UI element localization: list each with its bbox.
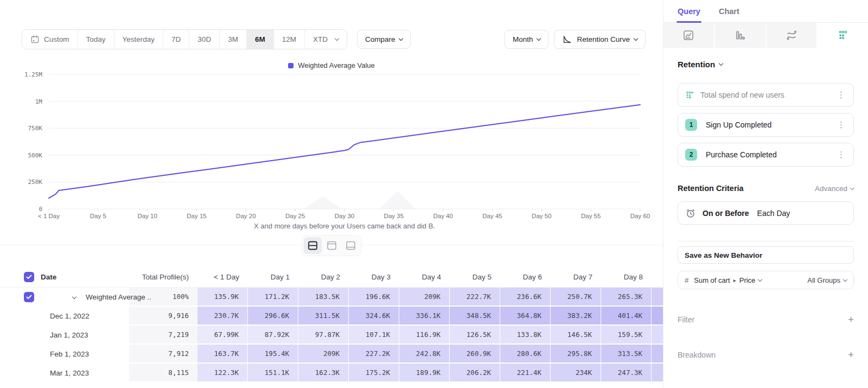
retention-value-cell[interactable]: 260.9K	[450, 345, 500, 364]
retention-value-cell[interactable]: 189.9K	[399, 364, 450, 383]
tab-query[interactable]: Query	[678, 0, 700, 23]
retention-value-cell[interactable]: 221.4K	[500, 364, 551, 383]
retention-value-cell[interactable]: 247.3K	[601, 364, 652, 383]
retention-value-cell[interactable]: 171.2K	[248, 288, 298, 307]
report-section-dropdown[interactable]: Retention	[678, 60, 854, 69]
retention-value-cell[interactable]: 116.9K	[399, 326, 450, 345]
kebab-menu-icon[interactable]: ⋮	[836, 120, 846, 130]
retention-value-cell[interactable]: 162.3K	[298, 364, 349, 383]
total-profiles-cell[interactable]: 7,912	[129, 345, 197, 364]
retention-value-cell[interactable]: 196.6K	[349, 288, 399, 307]
retention-value-cell[interactable]: 348.5K	[450, 307, 500, 326]
range-7d[interactable]: 7D	[163, 30, 189, 49]
step-event-label: Sign Up Completed	[706, 120, 836, 129]
retention-value-cell[interactable]: 250.7K	[551, 288, 601, 307]
breadcrumb-arrow-icon: ▸	[733, 277, 736, 283]
range-xtd[interactable]: XTD	[305, 30, 347, 49]
retention-value-cell[interactable]: 175.2K	[349, 364, 399, 383]
row-checkbox[interactable]	[24, 292, 34, 302]
clipped-value-cell	[652, 364, 663, 383]
retention-value-cell[interactable]: 295.8K	[551, 345, 601, 364]
retention-line[interactable]	[49, 105, 640, 198]
retention-value-cell[interactable]: 146.5K	[551, 326, 601, 345]
add-breakdown-icon[interactable]: +	[848, 349, 854, 360]
behavior-card[interactable]: Total spend of new users ⋮	[678, 83, 854, 107]
chart-view-toggle-icon[interactable]	[323, 237, 341, 254]
retention-value-cell[interactable]: 280.6K	[500, 345, 551, 364]
range-yesterday[interactable]: Yesterday	[114, 30, 164, 49]
granularity-dropdown[interactable]: Month	[505, 30, 549, 49]
range-3m[interactable]: 3M	[220, 30, 247, 49]
criteria-condition-card[interactable]: On or Before Each Day	[678, 201, 854, 225]
retention-value-cell[interactable]: 383.2K	[551, 307, 601, 326]
row-label[interactable]: Weighted Average ...	[86, 293, 151, 301]
select-all-checkbox[interactable]	[24, 272, 34, 282]
retention-value-cell[interactable]: 133.8K	[500, 326, 551, 345]
retention-value-cell[interactable]: 67.99K	[197, 326, 248, 345]
retention-value-cell[interactable]: 336.1K	[399, 307, 450, 326]
kebab-menu-icon[interactable]: ⋮	[836, 90, 846, 100]
range-30d[interactable]: 30D	[189, 30, 220, 49]
retention-value-cell[interactable]: 126.5K	[450, 326, 500, 345]
svg-text:Day 30: Day 30	[335, 213, 354, 219]
table-view-toggle-icon[interactable]	[342, 237, 360, 254]
total-profiles-cell[interactable]: 8,115	[129, 364, 197, 383]
retention-value-cell[interactable]: 324.6K	[349, 307, 399, 326]
retention-value-cell[interactable]: 230.7K	[197, 307, 248, 326]
total-profiles-cell[interactable]: 9,916	[129, 307, 197, 326]
retention-line-chart[interactable]: 1.25M1M750K500K250K0< 1 DayDay 5Day 10Da…	[0, 60, 663, 222]
filter-label: Filter	[678, 315, 694, 324]
retention-value-cell[interactable]: 107.1K	[349, 326, 399, 345]
retention-value-cell[interactable]: 209K	[298, 345, 349, 364]
funnels-report-icon[interactable]	[715, 23, 765, 48]
kebab-menu-icon[interactable]: ⋮	[836, 150, 846, 160]
row-label[interactable]: Dec 1, 2022	[0, 312, 90, 320]
retention-value-cell[interactable]: 227.2K	[349, 345, 399, 364]
retention-value-cell[interactable]: 151.1K	[248, 364, 298, 383]
retention-value-cell[interactable]: 195.4K	[248, 345, 298, 364]
range-12m[interactable]: 12M	[274, 30, 305, 49]
retention-value-cell[interactable]: 236.6K	[500, 288, 551, 307]
metric-panel[interactable]: # Sum of cart ▸ Price All Groups	[678, 271, 854, 289]
retention-value-cell[interactable]: 122.3K	[197, 364, 248, 383]
table-row: Mar 1, 20238,115122.3K151.1K162.3K175.2K…	[0, 364, 663, 383]
retention-report-icon[interactable]	[818, 23, 868, 48]
save-as-new-behavior-button[interactable]: Save as New Behavior	[678, 246, 854, 264]
groups-dropdown[interactable]: All Groups	[807, 276, 847, 284]
retention-value-cell[interactable]: 97.87K	[298, 326, 349, 345]
row-label[interactable]: Mar 1, 2023	[0, 369, 89, 377]
total-profiles-cell[interactable]: 7,219	[129, 326, 197, 345]
step-row-1[interactable]: 1 Sign Up Completed ⋮	[678, 113, 854, 137]
flows-report-icon[interactable]	[767, 23, 817, 48]
retention-value-cell[interactable]: 159.5K	[601, 326, 652, 345]
retention-value-cell[interactable]: 209K	[399, 288, 450, 307]
retention-value-cell[interactable]: 135.9K	[197, 288, 248, 307]
retention-value-cell[interactable]: 401.4K	[601, 307, 652, 326]
add-filter-icon[interactable]: +	[848, 314, 854, 325]
retention-value-cell[interactable]: 296.6K	[248, 307, 298, 326]
retention-value-cell[interactable]: 242.8K	[399, 345, 450, 364]
tab-chart[interactable]: Chart	[719, 0, 739, 23]
retention-value-cell[interactable]: 364.8K	[500, 307, 551, 326]
expand-row-chevron-icon[interactable]	[72, 294, 76, 298]
retention-value-cell[interactable]: 183.5K	[298, 288, 349, 307]
split-view-toggle-icon[interactable]	[304, 237, 322, 254]
row-label[interactable]: Jan 1, 2023	[0, 331, 88, 339]
retention-value-cell[interactable]: 265.3K	[601, 288, 652, 307]
compare-button[interactable]: Compare	[357, 30, 411, 49]
range-6m[interactable]: 6M	[247, 30, 274, 49]
retention-value-cell[interactable]: 313.5K	[601, 345, 652, 364]
retention-value-cell[interactable]: 206.2K	[450, 364, 500, 383]
insights-report-icon[interactable]	[663, 23, 714, 48]
retention-value-cell[interactable]: 222.7K	[450, 288, 500, 307]
range-custom[interactable]: Custom	[22, 30, 78, 49]
row-label[interactable]: Feb 1, 2023	[0, 350, 89, 358]
chart-type-dropdown[interactable]: Retention Curve	[554, 30, 646, 49]
criteria-mode-dropdown[interactable]: Advanced	[815, 185, 854, 193]
retention-value-cell[interactable]: 163.7K	[197, 345, 248, 364]
retention-value-cell[interactable]: 87.92K	[248, 326, 298, 345]
range-today[interactable]: Today	[78, 30, 114, 49]
retention-value-cell[interactable]: 234K	[551, 364, 601, 383]
retention-value-cell[interactable]: 311.5K	[298, 307, 349, 326]
step-row-2[interactable]: 2 Purchase Completed ⋮	[678, 143, 854, 167]
